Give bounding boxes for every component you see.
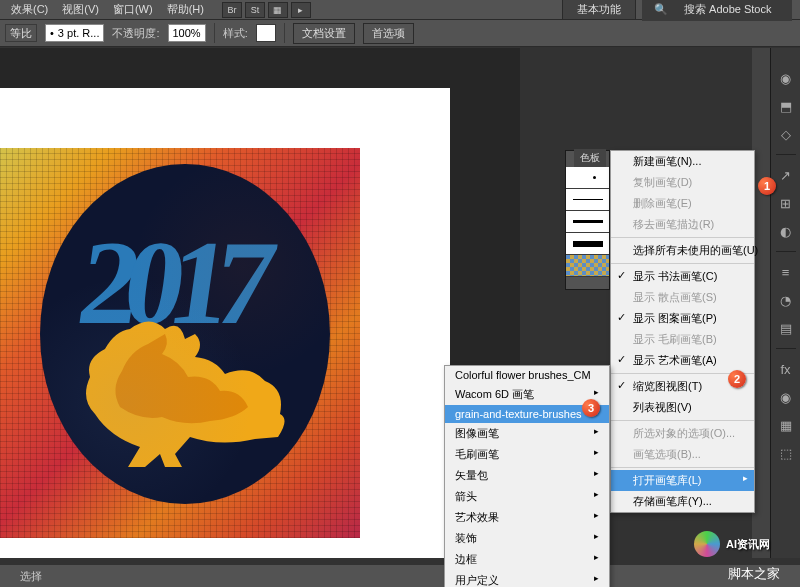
brush-swatch-thick[interactable] [566,233,609,255]
flyout-item[interactable]: 存储画笔库(Y)... [611,491,754,512]
submenu-item[interactable]: 装饰 [445,528,609,549]
current-tool: 选择 [20,569,42,584]
flyout-item: 移去画笔描边(R) [611,214,754,235]
prefs-button[interactable]: 首选项 [363,23,414,44]
search-icon: 🔍 [648,1,674,18]
flyout-item[interactable]: ✓显示 书法画笔(C) [611,266,754,287]
doc-setup-button[interactable]: 文档设置 [293,23,355,44]
watermark: AI资讯网 [694,531,770,557]
panel-icon[interactable]: fx [776,359,796,379]
flyout-item[interactable]: ✓显示 艺术画笔(A) [611,350,754,371]
rooster-illustration [70,319,300,469]
brush-swatch-dot[interactable] [566,167,609,189]
menubar: 效果(C) 视图(V) 窗口(W) 帮助(H) Br St ▦ ▸ 基本功能 🔍… [0,0,800,19]
panel-icon[interactable]: ≡ [776,262,796,282]
flyout-item: 画笔选项(B)... [611,444,754,465]
flyout-item[interactable]: ✓显示 图案画笔(P) [611,308,754,329]
flyout-item[interactable]: 打开画笔库(L) [611,470,754,491]
panel-icon[interactable]: ⬚ [776,443,796,463]
style-label: 样式: [223,26,248,41]
artwork: 2017 [0,148,360,538]
submenu-item[interactable]: 毛刷画笔 [445,444,609,465]
play-icon[interactable]: ▸ [291,2,311,18]
panel-icon[interactable]: ⊞ [776,193,796,213]
brush-swatch-med[interactable] [566,211,609,233]
menu-help[interactable]: 帮助(H) [161,0,210,19]
submenu-item[interactable]: 用户定义 [445,570,609,587]
submenu-item[interactable]: 矢量包 [445,465,609,486]
opacity-value[interactable]: 100% [168,24,206,42]
swatches-tab[interactable]: 色板 [574,149,606,167]
stroke-profile[interactable]: 等比 [5,24,37,42]
flyout-item[interactable]: 列表视图(V) [611,397,754,418]
menu-view[interactable]: 视图(V) [56,0,105,19]
opacity-label: 不透明度: [112,26,159,41]
flyout-item: 显示 毛刷画笔(B) [611,329,754,350]
annotation-3: 3 [582,399,600,417]
right-panel-icons: ◉⬒◇↗⊞◐≡◔▤fx◉▦⬚ [770,48,800,558]
swatches-panel[interactable]: 色板 [565,150,610,290]
panel-icon[interactable]: ◇ [776,124,796,144]
submenu-item[interactable]: 箭头 [445,486,609,507]
submenu-item[interactable]: 图像画笔 [445,423,609,444]
style-swatch[interactable] [256,24,276,42]
flyout-item: 删除画笔(E) [611,193,754,214]
artboard: 2017 [0,88,450,558]
year-text: 2017 [70,214,269,352]
brush-swatch-pattern[interactable] [566,255,609,277]
flyout-item[interactable]: 选择所有未使用的画笔(U) [611,240,754,261]
panel-icon[interactable]: ▤ [776,318,796,338]
arrange-icon[interactable]: ▦ [268,2,288,18]
panel-icon[interactable]: ↗ [776,165,796,185]
watermark-logo-icon [694,531,720,557]
annotation-2: 2 [728,370,746,388]
flyout-item: 复制画笔(D) [611,172,754,193]
flyout-item: 所选对象的选项(O)... [611,423,754,444]
submenu-item[interactable]: 边框 [445,549,609,570]
menu-window[interactable]: 窗口(W) [107,0,159,19]
menu-effects[interactable]: 效果(C) [5,0,54,19]
panel-icon[interactable]: ◉ [776,387,796,407]
flyout-item[interactable]: 新建画笔(N)... [611,151,754,172]
footer-watermark: 脚本之家 [728,565,780,583]
control-bar: 等比 •3 pt. R... 不透明度: 100% 样式: 文档设置 首选项 [0,19,800,47]
stroke-weight[interactable]: •3 pt. R... [45,24,104,42]
panel-icon[interactable]: ⬒ [776,96,796,116]
bridge-icon[interactable]: Br [222,2,242,18]
brush-library-submenu: Colorful flower brushes_CMWacom 6D 画笔gra… [444,365,610,587]
panel-icon[interactable]: ◐ [776,221,796,241]
panel-icon[interactable]: ◔ [776,290,796,310]
canvas[interactable]: 2017 [0,48,520,558]
brush-swatch-thin[interactable] [566,189,609,211]
submenu-item[interactable]: Colorful flower brushes_CM [445,366,609,384]
annotation-1: 1 [758,177,776,195]
panel-icon[interactable]: ▦ [776,415,796,435]
brushes-flyout-menu: 新建画笔(N)...复制画笔(D)删除画笔(E)移去画笔描边(R)选择所有未使用… [610,150,755,513]
search-stock-input[interactable]: 🔍 搜索 Adobe Stock [642,0,792,21]
panel-icon[interactable]: ◉ [776,68,796,88]
stock-icon[interactable]: St [245,2,265,18]
status-bar: 选择 [0,565,800,587]
flyout-item: 显示 散点画笔(S) [611,287,754,308]
submenu-item[interactable]: 艺术效果 [445,507,609,528]
workspace-switcher[interactable]: 基本功能 [562,0,636,20]
